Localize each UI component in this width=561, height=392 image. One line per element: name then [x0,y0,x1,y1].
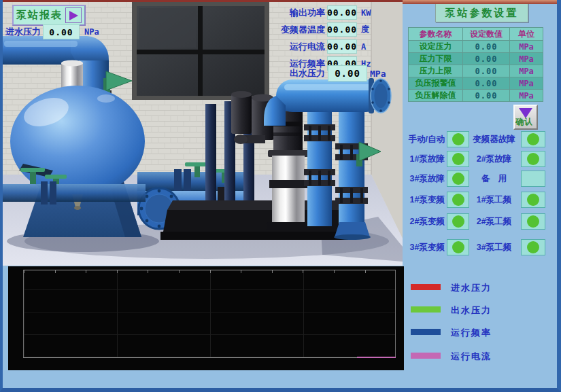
status-label: 1#泵变频 [404,194,445,206]
report-open-button[interactable] [65,7,82,23]
status-label: 变频器故障 [469,134,519,145]
parameter-row: 压力下限 0.00 MPa [409,53,543,65]
metric-value: 00.00 [327,39,357,54]
param-unit: MPa [510,65,543,77]
param-name: 负压报警值 [409,77,463,90]
column-header: 参数名称 [409,28,463,41]
metric-row: 运行电流 00.00 A [256,38,381,55]
status-label: 3#泵工频 [469,242,519,253]
inlet-pressure-readout: 进水压力 0.00 NPa [5,24,99,39]
led-icon [527,241,539,253]
param-name: 负压解除值 [409,90,463,102]
led-icon [527,215,539,228]
metric-label: 运行电流 [256,41,325,53]
parameter-header-row: 参数名称 设定数值 单位 [409,28,543,41]
axis-ticks [24,270,395,273]
legend-label: 运行电流 [451,351,492,363]
confirm-button-label: 确认 [515,116,533,128]
metric-row: 输出功率 00.00 KW [256,4,381,21]
led-icon [452,133,464,145]
status-row: 1#泵故障 2#泵故障 [404,151,551,167]
play-icon [69,11,78,20]
inlet-pressure-unit: NPa [84,27,99,37]
parameter-table: 参数名称 设定数值 单位 设定压力 0.00 MPa 压力下限 0.00 MPa… [408,27,543,102]
status-row: 3#泵故障 备 用 [404,171,551,187]
legend-swatch [411,353,441,359]
outlet-pressure-label: 出水压力 [256,67,325,79]
pump-station-3d-scene: 泵站报表 进水压力 0.00 NPa 输出功率 00.00 KW 变频器温度 0… [3,2,403,266]
legend-label: 进水压力 [451,282,492,294]
status-indicator [521,192,545,208]
status-row: 2#泵变频 2#泵工频 [404,213,551,230]
trend-plot-area [23,270,396,358]
metric-unit: A [361,42,381,52]
status-label: 2#泵工频 [469,216,519,228]
parameter-panel: 泵站参数设置 参数名称 设定数值 单位 设定压力 0.00 MPa 压力下限 0… [403,0,560,388]
status-row: 1#泵变频 1#泵工频 [404,192,551,208]
confirm-button[interactable]: 确认 [513,105,538,130]
param-unit: MPa [510,90,543,102]
status-indicator [521,131,545,147]
status-indicator [447,213,469,230]
outlet-pressure-readout: 出水压力 0.00 MPa [256,65,386,82]
inlet-pressure-value: 0.00 [43,24,80,39]
legend-item: 出水压力 [411,304,492,317]
trend-chart [8,266,404,370]
status-indicator-spare [521,171,545,187]
metric-row: 变频器温度 00.00 度 [256,21,381,38]
led-icon [527,194,539,206]
status-indicator [447,239,469,255]
outlet-pressure-unit: MPa [370,69,386,79]
param-value-field[interactable]: 0.00 [463,53,510,65]
status-label: 备 用 [469,173,519,185]
led-icon [452,194,464,206]
column-header: 设定数值 [463,28,510,41]
param-unit: MPa [510,41,543,53]
metric-label: 变频器温度 [256,24,325,36]
legend-item: 运行频率 [411,327,492,339]
hmi-pump-station-screen: 泵站报表 进水压力 0.00 NPa 输出功率 00.00 KW 变频器温度 0… [0,0,561,392]
parameter-row: 压力上限 0.00 MPa [409,65,543,77]
param-value-field[interactable]: 0.00 [463,41,510,53]
status-label: 3#泵故障 [404,173,445,185]
led-icon [452,241,464,253]
metric-unit: 度 [361,24,381,35]
report-button[interactable]: 泵站报表 [12,5,86,26]
param-value-field[interactable]: 0.00 [463,90,510,102]
metric-unit: KW [361,8,381,18]
status-label: 1#泵故障 [404,154,445,165]
status-row: 3#泵变频 3#泵工频 [404,239,551,255]
param-name: 压力下限 [409,53,463,65]
parameter-row: 负压报警值 0.00 MPa [409,77,543,90]
legend-item: 进水压力 [411,282,492,294]
status-label: 1#泵工频 [469,194,519,206]
legend-swatch [411,306,441,313]
status-indicator [447,192,469,208]
status-indicator [447,171,469,187]
report-button-label: 泵站报表 [16,9,63,22]
drive-metrics: 输出功率 00.00 KW 变频器温度 00.00 度 运行电流 00.00 A… [256,4,381,72]
legend-swatch [411,329,441,335]
metric-value: 00.00 [327,22,357,37]
status-label: 手动/自动 [404,134,445,145]
param-name: 压力上限 [409,65,463,77]
window [132,2,269,100]
status-indicator [447,151,469,167]
led-icon [527,133,539,145]
led-icon [527,153,539,165]
panel-title: 泵站参数设置 [435,3,528,22]
column-header: 单位 [510,28,543,41]
metric-value: 00.00 [327,5,357,20]
current-trace [357,357,396,358]
param-value-field[interactable]: 0.00 [463,65,510,77]
metric-label: 输出功率 [256,7,325,19]
status-label: 3#泵变频 [404,242,445,253]
status-indicator [521,239,545,255]
status-indicator [521,213,545,230]
legend-item: 运行电流 [411,351,492,363]
led-icon [452,215,464,228]
outlet-pressure-value: 0.00 [328,65,367,82]
param-value-field[interactable]: 0.00 [463,77,510,90]
status-indicator [521,151,545,167]
led-icon [452,153,464,165]
